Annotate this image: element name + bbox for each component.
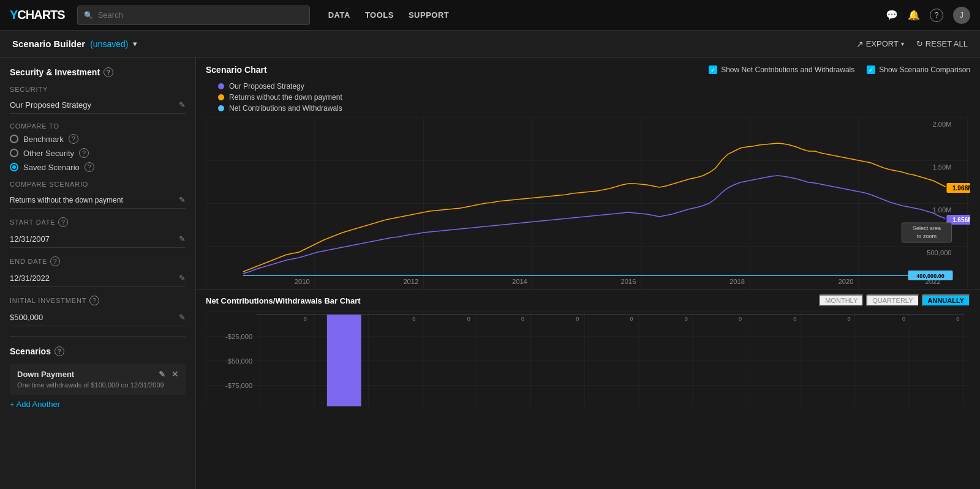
- svg-text:1.968M: 1.968M: [952, 185, 970, 192]
- content-area: Scenario Chart ✓ Show Net Contributions …: [196, 58, 980, 489]
- scenarios-help-icon[interactable]: ?: [55, 346, 64, 356]
- dropdown-arrow[interactable]: ▾: [133, 39, 137, 48]
- end-date-label: END DATE ?: [10, 256, 186, 266]
- compare-scenario-label: COMPARE SCENARIO: [10, 181, 186, 188]
- svg-text:1.00M: 1.00M: [933, 206, 952, 214]
- initial-investment-help-icon[interactable]: ?: [89, 296, 99, 305]
- svg-text:0: 0: [412, 316, 415, 322]
- svg-rect-39: [327, 315, 361, 406]
- legend-dot-returns: [218, 94, 224, 100]
- compare-benchmark[interactable]: Benchmark ?: [10, 134, 186, 144]
- start-date-help-icon[interactable]: ?: [58, 217, 68, 227]
- annually-button[interactable]: ANNUALLY: [922, 294, 971, 307]
- benchmark-help-icon[interactable]: ?: [69, 134, 78, 144]
- scenarios-section: Scenarios ? Down Payment ✎ ✕ One time wi…: [10, 346, 186, 409]
- show-scenario-checkbox[interactable]: ✓: [867, 65, 875, 74]
- end-date-help-icon[interactable]: ?: [50, 256, 60, 266]
- user-avatar[interactable]: J: [953, 7, 970, 24]
- nav-data[interactable]: DATA: [328, 10, 350, 20]
- benchmark-radio[interactable]: [10, 135, 18, 143]
- svg-text:Select area: Select area: [913, 225, 941, 231]
- chart-options: ✓ Show Net Contributions and Withdrawals…: [709, 65, 970, 74]
- scenario-edit-icon[interactable]: ✎: [159, 370, 165, 379]
- other-security-help-icon[interactable]: ?: [79, 148, 89, 158]
- svg-text:0: 0: [304, 316, 307, 322]
- svg-text:2014: 2014: [512, 278, 527, 285]
- export-button[interactable]: ↗ EXPORT ▾: [856, 39, 904, 49]
- saved-scenario-help-icon[interactable]: ?: [85, 162, 94, 172]
- svg-text:2020: 2020: [839, 278, 854, 285]
- svg-text:400,000.00: 400,000.00: [916, 273, 944, 279]
- saved-scenario-radio[interactable]: [10, 163, 18, 171]
- legend-dot-proposed: [218, 83, 224, 89]
- page-title: Scenario Builder: [12, 39, 85, 49]
- search-input[interactable]: [98, 10, 303, 20]
- initial-investment-edit-icon[interactable]: ✎: [179, 313, 186, 322]
- logo[interactable]: YCHARTS: [10, 8, 65, 22]
- saved-scenario-label: Saved Scenario: [23, 163, 80, 172]
- svg-text:0: 0: [848, 316, 851, 322]
- nav-links: DATA TOOLS SUPPORT: [328, 10, 450, 20]
- svg-text:1.50M: 1.50M: [933, 163, 952, 171]
- svg-text:0: 0: [630, 316, 633, 322]
- svg-rect-21: [206, 312, 970, 406]
- other-security-radio[interactable]: [10, 149, 18, 157]
- nav-support[interactable]: SUPPORT: [409, 10, 449, 20]
- scenario-description: One time withdrawals of $100,000 on 12/3…: [17, 381, 178, 389]
- svg-text:0: 0: [467, 316, 470, 322]
- show-contributions-checkbox[interactable]: ✓: [709, 65, 717, 74]
- svg-text:-$50,000: -$50,000: [225, 357, 252, 365]
- svg-text:0: 0: [956, 316, 959, 322]
- export-chevron: ▾: [901, 40, 904, 47]
- subbar-left: Scenario Builder (unsaved) ▾: [12, 39, 137, 49]
- svg-text:0: 0: [739, 316, 742, 322]
- unsaved-status[interactable]: (unsaved): [90, 39, 128, 49]
- scenarios-title: Scenarios ?: [10, 346, 186, 356]
- scenario-actions: ✎ ✕: [159, 370, 178, 379]
- svg-rect-0: [206, 118, 970, 289]
- compare-scenario-edit-icon[interactable]: ✎: [179, 195, 186, 204]
- end-date-edit-icon[interactable]: ✎: [179, 274, 186, 283]
- scenario-chart-svg: 2.00M 1.50M 1.00M 500,000 2010 2012 2014…: [206, 118, 970, 289]
- initial-investment-field: $500,000 ✎: [10, 309, 186, 326]
- svg-text:0: 0: [902, 316, 905, 322]
- show-scenario-option[interactable]: ✓ Show Scenario Comparison: [867, 65, 970, 74]
- svg-text:0: 0: [576, 316, 579, 322]
- bell-icon[interactable]: 🔔: [908, 9, 920, 21]
- show-contributions-option[interactable]: ✓ Show Net Contributions and Withdrawals: [709, 65, 854, 74]
- svg-text:2010: 2010: [295, 278, 310, 285]
- start-date-edit-icon[interactable]: ✎: [179, 234, 186, 244]
- svg-text:-$75,000: -$75,000: [225, 382, 252, 389]
- quarterly-button[interactable]: QUARTERLY: [866, 294, 919, 307]
- bar-chart-svg: -$25,000 -$50,000 -$75,000 0 0 0 0 0 0 0…: [206, 312, 970, 412]
- subbar-right: ↗ EXPORT ▾ ↻ RESET ALL: [856, 39, 968, 49]
- add-another-button[interactable]: + Add Another: [10, 400, 186, 409]
- svg-text:2012: 2012: [403, 278, 418, 285]
- svg-text:2018: 2018: [729, 278, 745, 285]
- compare-scenario-field: Returns without the down payment ✎: [10, 192, 186, 209]
- nav-tools[interactable]: TOOLS: [365, 10, 394, 20]
- reset-button[interactable]: ↻ RESET ALL: [916, 39, 968, 48]
- monthly-button[interactable]: MONTHLY: [819, 294, 864, 307]
- legend-item-contributions: Net Contributions and Withdrawals: [218, 104, 970, 113]
- security-label: SECURITY: [10, 86, 186, 93]
- info-icon[interactable]: ?: [930, 9, 943, 22]
- scenario-close-icon[interactable]: ✕: [172, 370, 178, 379]
- scenario-item: Down Payment ✎ ✕ One time withdrawals of…: [10, 364, 186, 395]
- divider: [10, 336, 186, 337]
- security-help-icon[interactable]: ?: [104, 67, 113, 77]
- nav-right-icons: 💬 🔔 ? J: [886, 7, 970, 24]
- top-navigation: YCHARTS 🔍 DATA TOOLS SUPPORT 💬 🔔 ? J: [0, 0, 980, 31]
- svg-text:to zoom: to zoom: [917, 233, 937, 239]
- svg-text:0: 0: [793, 316, 796, 322]
- security-edit-icon[interactable]: ✎: [179, 100, 186, 110]
- sidebar: Security & Investment ? SECURITY Our Pro…: [0, 58, 196, 489]
- compare-saved-scenario[interactable]: Saved Scenario ?: [10, 162, 186, 172]
- period-buttons: MONTHLY QUARTERLY ANNUALLY: [819, 294, 970, 307]
- svg-text:2016: 2016: [621, 278, 636, 285]
- chat-icon[interactable]: 💬: [886, 9, 898, 21]
- initial-investment-label: INITIAL INVESTMENT ?: [10, 296, 186, 305]
- reset-icon: ↻: [916, 39, 923, 48]
- compare-other-security[interactable]: Other Security ?: [10, 148, 186, 158]
- search-bar[interactable]: 🔍: [77, 6, 310, 25]
